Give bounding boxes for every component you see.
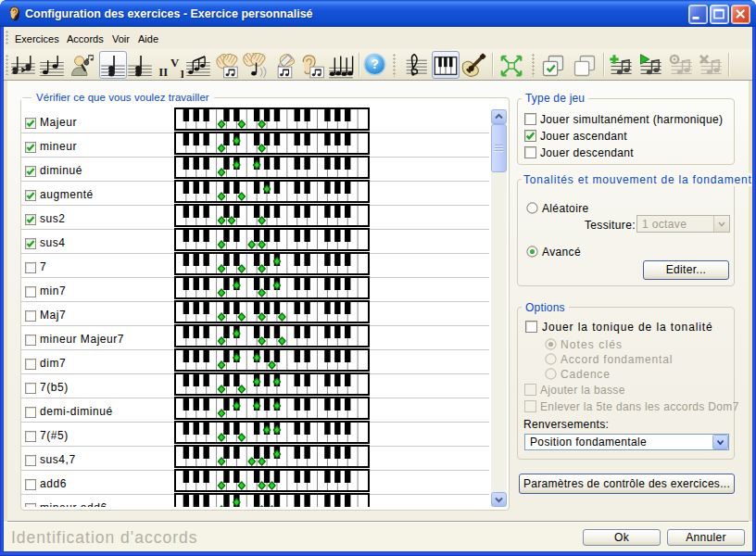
svg-text:I: I xyxy=(181,68,184,79)
svg-text:V: V xyxy=(170,57,180,70)
svg-text:II: II xyxy=(158,66,168,79)
